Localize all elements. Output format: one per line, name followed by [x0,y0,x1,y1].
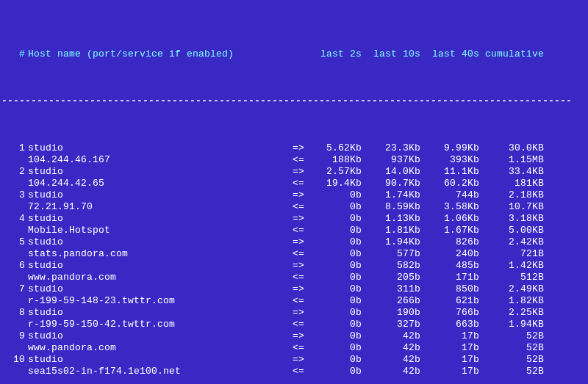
direction-icon: <= [293,342,310,354]
val-cum: 52B [479,354,544,366]
iftop-terminal[interactable]: # Host name (port/service if enabled) la… [0,0,588,384]
divider-top: ----------------------------------------… [1,95,587,107]
row-host: www.pandora.com [28,342,293,354]
val-40s: 60.2Kb [420,178,479,189]
val-10s: 1.74Kb [362,189,420,201]
row-host: r-199-59-150-42.twttr.com [28,319,293,330]
val-40s: 1.67Kb [420,225,479,236]
val-40s: 171b [420,272,479,283]
val-40s: 621b [420,295,479,307]
val-cum: 10.7KB [479,201,544,213]
val-10s: 1.13Kb [362,213,420,225]
val-cum: 5.00KB [479,225,544,236]
val-10s: 42b [362,366,420,377]
val-2s: 2.57Kb [310,166,362,178]
val-40s: 17b [420,330,479,342]
row-host: studio [28,354,293,366]
val-10s: 23.3Kb [362,142,420,154]
row-idx [1,319,28,330]
row-idx: 9 [1,330,28,342]
header-last-10s: last 10s [362,48,420,60]
val-40s: 1.06Kb [420,213,479,225]
val-40s: 826b [420,236,479,248]
val-cum: 1.42KB [479,260,544,272]
val-cum: 2.18KB [479,189,544,201]
direction-icon: => [293,166,310,178]
row-host: studio [28,330,293,342]
table-row: 72.21.91.70<=0b8.59Kb3.58Kb10.7KB [1,201,587,213]
val-40s: 17b [420,342,479,354]
table-row: 1studio=>5.62Kb23.3Kb9.99Kb30.0KB [1,142,587,154]
val-2s: 0b [310,189,362,201]
table-row: 2studio=>2.57Kb14.0Kb11.1Kb33.4KB [1,166,587,178]
direction-icon: <= [293,319,310,330]
val-cum: 181KB [479,178,544,189]
val-10s: 8.59Kb [362,201,420,213]
row-idx [1,225,28,236]
val-cum: 1.94KB [479,319,544,330]
val-40s: 17b [420,366,479,377]
val-10s: 266b [362,295,420,307]
table-row: www.pandora.com<=0b42b17b52B [1,342,587,354]
direction-icon: <= [293,225,310,236]
direction-icon: <= [293,366,310,377]
row-host: studio [28,260,293,272]
row-host: 72.21.91.70 [28,201,293,213]
table-row: 3studio=>0b1.74Kb744b2.18KB [1,189,587,201]
val-40s: 485b [420,260,479,272]
val-10s: 14.0Kb [362,166,420,178]
direction-icon: <= [293,248,310,260]
row-host: r-199-59-148-23.twttr.com [28,295,293,307]
header-row: # Host name (port/service if enabled) la… [1,48,587,60]
val-cum: 1.82KB [479,295,544,307]
row-idx [1,154,28,166]
val-cum: 2.25KB [479,307,544,319]
val-10s: 311b [362,283,420,295]
direction-icon: => [293,307,310,319]
direction-icon: => [293,354,310,366]
val-cum: 3.18KB [479,213,544,225]
val-2s: 0b [310,213,362,225]
val-2s: 0b [310,319,362,330]
row-idx [1,248,28,260]
header-last-2s: last 2s [310,48,362,60]
direction-icon: <= [293,201,310,213]
direction-icon: => [293,260,310,272]
row-idx [1,295,28,307]
row-host: www.pandora.com [28,272,293,283]
row-host: studio [28,142,293,154]
header-cumulative: cumulative [479,48,544,60]
table-row: www.pandora.com<=0b205b171b512B [1,272,587,283]
val-40s: 3.58Kb [420,201,479,213]
val-40s: 240b [420,248,479,260]
val-cum: 52B [479,330,544,342]
row-host: 104.244.42.65 [28,178,293,189]
table-row: 10studio=>0b42b17b52B [1,354,587,366]
val-40s: 766b [420,307,479,319]
val-10s: 42b [362,330,420,342]
val-40s: 17b [420,354,479,366]
row-idx: 3 [1,189,28,201]
direction-icon: => [293,330,310,342]
row-host: studio [28,166,293,178]
table-row: stats.pandora.com<=0b577b240b721B [1,248,587,260]
val-2s: 0b [310,330,362,342]
val-40s: 850b [420,283,479,295]
direction-icon: => [293,213,310,225]
direction-icon: => [293,283,310,295]
val-cum: 1.15MB [479,154,544,166]
val-10s: 327b [362,319,420,330]
val-2s: 0b [310,283,362,295]
row-idx: 5 [1,236,28,248]
val-10s: 937Kb [362,154,420,166]
val-2s: 0b [310,201,362,213]
table-row: 9studio=>0b42b17b52B [1,330,587,342]
val-cum: 33.4KB [479,166,544,178]
header-dir-spacer [293,48,310,60]
val-cum: 2.42KB [479,236,544,248]
val-2s: 0b [310,236,362,248]
val-2s: 0b [310,307,362,319]
val-2s: 188Kb [310,154,362,166]
row-idx: 8 [1,307,28,319]
val-10s: 577b [362,248,420,260]
